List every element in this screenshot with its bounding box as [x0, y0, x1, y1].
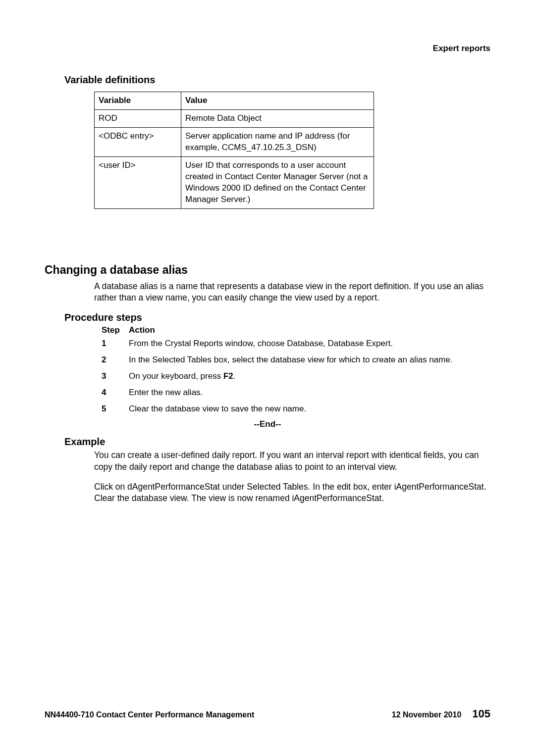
step-number: 5 — [102, 403, 129, 415]
end-marker: --End-- — [45, 419, 490, 429]
section-title-changing-database-alias: Changing a database alias — [45, 263, 490, 277]
variable-definitions-table: Variable Value ROD Remote Data Object <O… — [94, 92, 374, 209]
footer-date: 12 November 2010 — [392, 710, 462, 719]
cell-variable: <user ID> — [95, 156, 181, 208]
section-body: A database alias is a name that represen… — [45, 281, 490, 304]
table-row: ROD Remote Data Object — [95, 109, 374, 127]
procedure-steps-title: Procedure steps — [45, 312, 490, 323]
footer-right: 12 November 2010 105 — [392, 707, 490, 720]
step-action: From the Crystal Reports window, choose … — [129, 338, 490, 350]
step-action: Clear the database view to save the new … — [129, 403, 490, 415]
step-number: 1 — [102, 338, 129, 350]
step-number: 2 — [102, 354, 129, 366]
running-header: Expert reports — [45, 44, 490, 53]
step-number: 4 — [102, 387, 129, 399]
cell-variable: ROD — [95, 109, 181, 127]
example-body: You can create a user-defined daily repo… — [45, 450, 490, 504]
col-header-value: Value — [181, 92, 374, 110]
intro-paragraph: A database alias is a name that represen… — [94, 281, 490, 304]
cell-variable: <ODBC entry> — [95, 127, 181, 156]
step-action: In the Selected Tables box, select the d… — [129, 354, 490, 366]
list-item: 2 In the Selected Tables box, select the… — [102, 354, 490, 366]
cell-value: Remote Data Object — [181, 109, 374, 127]
table-header-row: Variable Value — [95, 92, 374, 110]
footer-page-number: 105 — [472, 707, 490, 720]
table-row: <ODBC entry> Server application name and… — [95, 127, 374, 156]
cell-value: User ID that corresponds to a user accou… — [181, 156, 374, 208]
step-action: On your keyboard, press F2. — [129, 371, 490, 382]
list-item: 5 Clear the database view to save the ne… — [102, 403, 490, 415]
section-title-variable-definitions: Variable definitions — [45, 74, 490, 86]
step-header-label: Step — [102, 325, 129, 335]
cell-value: Server application name and IP address (… — [181, 127, 374, 156]
table-row: <user ID> User ID that corresponds to a … — [95, 156, 374, 208]
step-number: 3 — [102, 371, 129, 382]
step-action: Enter the new alias. — [129, 387, 490, 399]
list-item: 3 On your keyboard, press F2. — [102, 371, 490, 382]
footer-doc-id: NN44400-710 Contact Center Performance M… — [45, 710, 254, 719]
list-item: 1 From the Crystal Reports window, choos… — [102, 338, 490, 350]
col-header-variable: Variable — [95, 92, 181, 110]
list-item: 4 Enter the new alias. — [102, 387, 490, 399]
page-footer: NN44400-710 Contact Center Performance M… — [45, 707, 490, 720]
action-header-label: Action — [129, 325, 490, 335]
steps-header: Step Action — [45, 325, 490, 335]
example-paragraph-1: You can create a user-defined daily repo… — [94, 450, 490, 473]
page: Expert reports Variable definitions Vari… — [0, 0, 535, 756]
steps-list: 1 From the Crystal Reports window, choos… — [45, 338, 490, 415]
example-title: Example — [45, 436, 490, 448]
example-paragraph-2: Click on dAgentPerformanceStat under Sel… — [94, 481, 490, 504]
